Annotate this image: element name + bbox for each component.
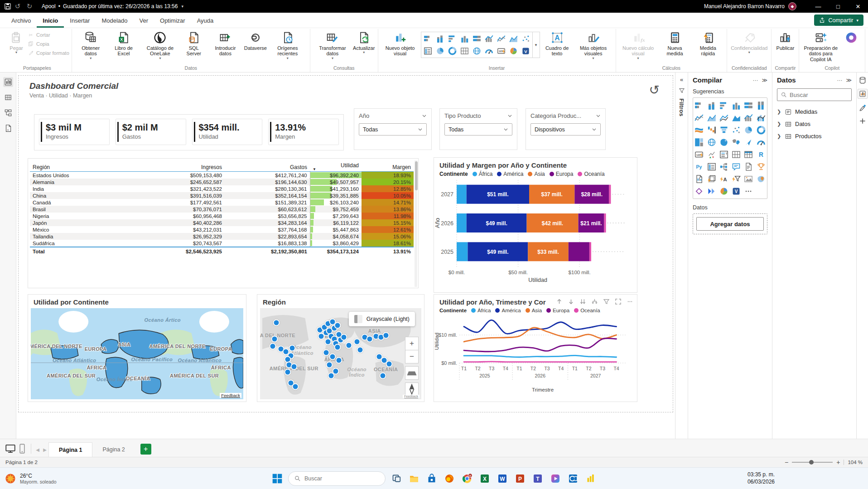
clustered-bar-chart-icon[interactable] xyxy=(718,99,730,111)
word-icon[interactable]: W xyxy=(496,472,509,485)
metrics-icon[interactable] xyxy=(755,160,767,173)
area-chart-icon[interactable] xyxy=(507,33,520,45)
line-chart-icon[interactable] xyxy=(693,111,705,124)
ribbon-tab-insertar[interactable]: Insertar xyxy=(64,14,96,28)
map-bubble[interactable] xyxy=(353,339,360,345)
100-stacked-bar-chart-icon[interactable] xyxy=(471,33,483,45)
legend-item-asia[interactable]: Asia xyxy=(526,308,542,313)
chevron-down-icon[interactable] xyxy=(507,113,512,118)
table-row[interactable]: China$391,516,039$352,164,154$39,351,885… xyxy=(30,192,414,199)
stacked-column-chart-icon[interactable] xyxy=(705,99,718,111)
redo-icon[interactable]: ↻ xyxy=(24,1,35,11)
obtener-datos-button[interactable]: Obtener datos▾ xyxy=(74,29,107,62)
or-genes-recientes-button[interactable]: Orígenes recientes▾ xyxy=(268,29,308,62)
table-row[interactable]: India$321,423,522$280,130,361$41,293,160… xyxy=(30,185,414,192)
table-icon[interactable] xyxy=(458,45,471,57)
slicer-ano[interactable]: Año Todas xyxy=(354,108,432,150)
power-automate-icon[interactable] xyxy=(705,185,718,197)
map-bubble[interactable] xyxy=(289,345,296,352)
share-button[interactable]: Compartir ▾ xyxy=(814,15,863,26)
multi-row-card-icon[interactable] xyxy=(718,148,730,160)
expand-pane-icon[interactable]: « xyxy=(680,76,683,83)
arcgis-map-icon[interactable] xyxy=(507,45,520,57)
cat-logo-de-onelake-button[interactable]: Catálogo de OneLake▾ xyxy=(140,29,180,62)
microsoft-store-icon[interactable] xyxy=(425,472,439,485)
shape-map-icon[interactable] xyxy=(730,136,743,148)
legend-item-europa[interactable]: Europa xyxy=(550,171,574,177)
map-bubble[interactable] xyxy=(271,336,278,343)
column-header-utilidad[interactable]: Utilidad▼ xyxy=(310,160,362,172)
card-icon[interactable]: 123 xyxy=(693,148,705,160)
matrix-icon[interactable] xyxy=(743,148,755,160)
line-chart-visual[interactable]: Utilidad por Año, Trimestre y Cor Contin… xyxy=(434,294,637,402)
medida-r-pida-button[interactable]: Medida rápida xyxy=(691,29,724,58)
map-bubble[interactable] xyxy=(329,353,336,360)
zoom-out-button[interactable]: − xyxy=(405,350,419,363)
arcgis-map-icon[interactable] xyxy=(718,185,730,197)
add-page-button[interactable]: + xyxy=(140,444,151,455)
stacked-column-chart-icon[interactable] xyxy=(434,33,446,45)
ribbon-tab-ver[interactable]: Ver xyxy=(134,14,154,28)
line-clustered-column-chart-icon[interactable] xyxy=(743,111,755,124)
table-view-icon[interactable] xyxy=(3,92,13,102)
card-icon[interactable]: 123 xyxy=(495,45,507,57)
gallery-button[interactable] xyxy=(840,29,863,46)
collapse-pane-icon[interactable]: ≫ xyxy=(846,77,852,83)
build-visual-pane-icon[interactable] xyxy=(858,89,868,99)
data-pane-icon[interactable] xyxy=(858,75,868,85)
table-row[interactable]: Estados Unidos$509,153,480$412,761,240$9… xyxy=(30,172,414,179)
teams-icon[interactable]: T xyxy=(531,472,545,485)
collapse-pane-icon[interactable]: ≫ xyxy=(762,77,767,83)
legend-item-asia[interactable]: Asia xyxy=(528,171,545,177)
arrow-down-icon[interactable] xyxy=(568,298,574,305)
table-row[interactable]: Sudáfrica$20,743,567$16,883,138$3,860,42… xyxy=(30,240,414,247)
donut-chart-icon[interactable] xyxy=(446,45,458,57)
legend-item-oceanía[interactable]: Oceanía xyxy=(578,171,604,177)
undo-icon[interactable]: ↺ xyxy=(12,1,24,11)
cuadro-de-texto-button[interactable]: ACuadro de texto xyxy=(541,29,574,58)
slicer-icon[interactable] xyxy=(422,45,434,57)
desktop-layout-icon[interactable] xyxy=(5,442,16,455)
quick-create-visual-icon[interactable] xyxy=(730,173,743,185)
data-tree-item-datos[interactable]: ❯Datos xyxy=(777,118,852,130)
zoom-out-icon[interactable]: − xyxy=(785,459,788,466)
stacked-area-chart-icon[interactable] xyxy=(718,111,730,124)
stacked-bar-chart-icon[interactable] xyxy=(693,99,705,111)
arrow-up-icon[interactable] xyxy=(556,298,563,305)
dataverse-button[interactable]: Dataverse xyxy=(243,29,268,52)
introducir-datos-button[interactable]: Introducir datos xyxy=(207,29,243,58)
slicer-dropdown[interactable]: Todas xyxy=(444,123,512,136)
table-row[interactable]: Brasil$70,376,071$60,623,612$9,752,45913… xyxy=(30,206,414,213)
map-bubble[interactable] xyxy=(324,339,331,345)
close-button[interactable]: ✕ xyxy=(848,0,868,13)
table-row[interactable]: Alemania$245,652,587$196,144,630$49,507,… xyxy=(30,179,414,185)
report-page[interactable]: Dashboard Comercial Venta · Utilidad · M… xyxy=(18,75,673,412)
map-bubble[interactable] xyxy=(270,343,276,350)
slicer-icon[interactable] xyxy=(705,160,718,173)
map-bubble[interactable] xyxy=(323,349,329,356)
report-canvas[interactable]: Dashboard Comercial Venta · Utilidad · M… xyxy=(16,73,675,439)
map-bubble[interactable] xyxy=(334,344,341,351)
region-table-visual[interactable]: RegiónIngresosGastosUtilidad▼MargenEstad… xyxy=(28,158,419,288)
nuevo-c-lculo-visual-button[interactable]: fxNuevo cálculo visual▾ xyxy=(618,29,658,62)
legend-item-américa[interactable]: América xyxy=(495,308,521,313)
feedback-link[interactable]: Feedback xyxy=(403,395,420,398)
visio-visual-icon[interactable]: V xyxy=(730,185,743,197)
filters-pane-collapsed[interactable]: « Filtros xyxy=(675,73,688,439)
area-chart-icon[interactable] xyxy=(705,111,718,124)
publicar-button[interactable]: Publicar xyxy=(774,29,796,52)
map-bubble[interactable] xyxy=(292,383,299,390)
power-apps-visual-icon[interactable] xyxy=(705,173,718,185)
task-view-icon[interactable] xyxy=(390,472,403,485)
page-tab-2[interactable]: Página 2 xyxy=(92,442,135,457)
weather-widget[interactable]: 26°C Mayorm. soleado xyxy=(0,473,57,484)
ribbon-tab-inicio[interactable]: Inicio xyxy=(37,14,64,28)
smart-narrative-icon[interactable] xyxy=(743,160,755,173)
table-row[interactable]: México$43,212,031$37,764,168$5,447,86312… xyxy=(30,226,414,233)
map-bubble[interactable] xyxy=(334,322,341,329)
chevron-down-icon[interactable] xyxy=(596,113,601,118)
table-row[interactable]: Nigeria$60,956,468$53,656,825$7,299,6431… xyxy=(30,213,414,219)
kpi-icon[interactable]: ▲▼ xyxy=(705,148,718,160)
filter-funnel-icon[interactable] xyxy=(603,298,610,305)
table-icon[interactable] xyxy=(730,148,743,160)
